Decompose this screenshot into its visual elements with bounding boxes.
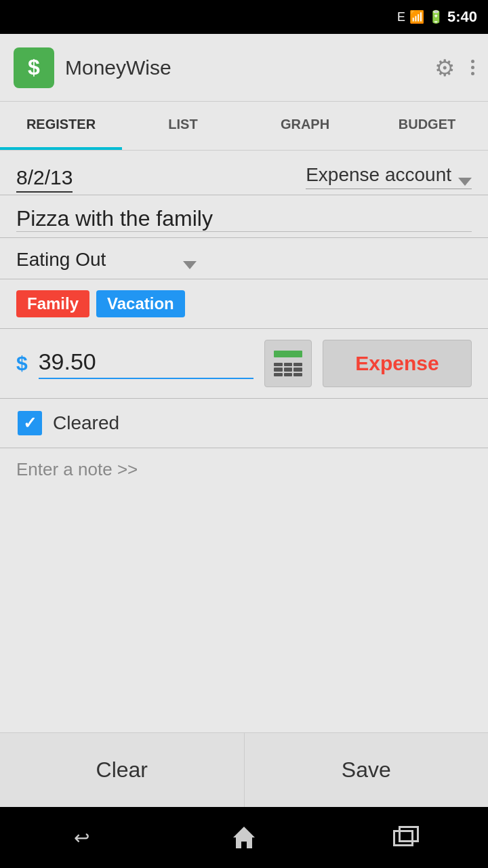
cleared-checkbox-container[interactable]: ✓ — [16, 410, 43, 437]
back-button[interactable]: ↩ — [61, 824, 102, 851]
recents-icon — [393, 826, 420, 849]
android-nav-bar: ↩ — [0, 807, 488, 868]
amount-row: $ 39.50 Expense — [0, 329, 488, 399]
signal-icon: E — [397, 10, 405, 24]
clear-button[interactable]: Clear — [0, 733, 245, 807]
expense-button[interactable]: Expense — [323, 340, 472, 387]
cleared-label: Cleared — [53, 412, 119, 434]
app-logo-symbol: $ — [28, 55, 40, 80]
home-icon — [232, 825, 256, 850]
dot2 — [471, 66, 474, 69]
date-account-row: 8/2/13 Expense account — [0, 151, 488, 195]
app-bar: $ MoneyWise ⚙ — [0, 34, 488, 102]
dot3 — [471, 72, 474, 75]
signal-bars: 📶 — [409, 9, 424, 24]
settings-icon[interactable]: ⚙ — [434, 54, 455, 81]
calc-display — [274, 351, 302, 357]
calculator-icon — [274, 351, 302, 376]
date-value: 8/2/13 — [16, 166, 73, 193]
date-field[interactable]: 8/2/13 — [16, 166, 73, 189]
tab-graph[interactable]: GRAPH — [244, 102, 366, 150]
description-row — [0, 195, 488, 238]
recents-button[interactable] — [386, 824, 427, 851]
category-value: Eating Out — [16, 249, 133, 273]
cleared-row: ✓ Cleared — [0, 399, 488, 448]
calculator-button[interactable] — [264, 340, 312, 387]
account-value: Expense account — [306, 164, 472, 189]
account-dropdown-arrow — [458, 178, 472, 186]
more-options-icon[interactable] — [471, 60, 474, 75]
battery-icon: 🔋 — [428, 9, 443, 24]
dollar-sign: $ — [16, 352, 28, 375]
tag-family[interactable]: Family — [16, 290, 89, 317]
app-title: MoneyWise — [65, 56, 434, 79]
time-display: 5:40 — [447, 8, 477, 26]
back-icon: ↩ — [74, 827, 89, 849]
status-bar: E 📶 🔋 5:40 — [0, 0, 488, 34]
dot1 — [471, 60, 474, 63]
tab-list[interactable]: LIST — [122, 102, 244, 150]
checkmark-icon: ✓ — [23, 414, 37, 433]
bottom-buttons: Clear Save — [0, 732, 488, 807]
save-button[interactable]: Save — [245, 733, 489, 807]
description-input[interactable] — [16, 206, 472, 232]
account-field[interactable]: Expense account — [73, 164, 472, 189]
app-logo: $ — [14, 47, 54, 88]
tag-vacation[interactable]: Vacation — [96, 290, 185, 317]
note-placeholder: Enter a note >> — [16, 459, 138, 479]
tab-budget[interactable]: BUDGET — [366, 102, 488, 150]
nav-tabs: REGISTER LIST GRAPH BUDGET — [0, 102, 488, 151]
svg-marker-0 — [233, 827, 255, 848]
tab-register[interactable]: REGISTER — [0, 102, 122, 150]
category-row[interactable]: Eating Out — [0, 238, 488, 279]
cleared-checkbox[interactable]: ✓ — [18, 411, 42, 435]
app-bar-actions: ⚙ — [434, 54, 474, 81]
amount-value[interactable]: 39.50 — [39, 349, 253, 379]
form-area: 8/2/13 Expense account Eating Out Family… — [0, 151, 488, 732]
category-dropdown-arrow — [183, 261, 197, 269]
note-row[interactable]: Enter a note >> — [0, 448, 488, 491]
tags-row[interactable]: Family Vacation — [0, 279, 488, 329]
home-button[interactable] — [224, 824, 264, 851]
status-icons: E 📶 🔋 5:40 — [397, 8, 477, 26]
